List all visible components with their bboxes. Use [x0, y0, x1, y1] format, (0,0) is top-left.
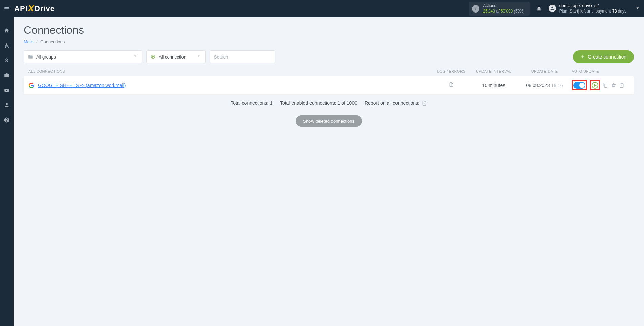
- main-content: Connections Main / Connections All group…: [14, 17, 644, 326]
- th-auto: AUTO UPDATE: [572, 69, 629, 73]
- actions-box[interactable]: Actions: 25'243 of 50'000 (50%): [469, 2, 529, 16]
- report-link[interactable]: Report on all connections:: [365, 100, 427, 106]
- chevron-down-icon: [196, 54, 201, 60]
- update-interval: 10 minutes: [470, 83, 517, 88]
- menu-icon[interactable]: [3, 5, 10, 12]
- th-all-connections: ALL CONNECTIONS: [28, 69, 433, 73]
- folder-icon: [28, 54, 34, 60]
- bell-icon[interactable]: [536, 5, 542, 12]
- row-actions: [572, 80, 629, 90]
- actions-total: 50'000: [501, 9, 513, 14]
- avatar-icon: [549, 5, 556, 12]
- sidebar: [0, 17, 14, 326]
- search-input[interactable]: [210, 50, 275, 63]
- connection-name[interactable]: GOOGLE SHEETS -> (amazon workmail): [38, 83, 433, 88]
- breadcrumb: Main / Connections: [24, 39, 634, 44]
- th-date: UPDATE DATE: [517, 69, 572, 73]
- update-date: 08.08.2023 18:16: [517, 83, 572, 88]
- logo[interactable]: APIXDrive: [14, 3, 55, 14]
- th-interval: UPDATE INTERVAL: [470, 69, 517, 73]
- run-now-button[interactable]: [592, 82, 598, 89]
- plan-info: Plan |Start| left until payment 73 days: [559, 9, 626, 14]
- create-connection-button[interactable]: Create connection: [573, 50, 634, 63]
- user-icon[interactable]: [3, 102, 10, 109]
- page-title: Connections: [24, 24, 634, 37]
- connection-filter-dropdown[interactable]: All connection: [146, 50, 206, 63]
- video-icon[interactable]: [3, 87, 10, 94]
- home-icon[interactable]: [3, 27, 10, 34]
- info-icon: [472, 5, 479, 13]
- actions-label: Actions:: [483, 3, 524, 9]
- breadcrumb-main[interactable]: Main: [24, 39, 33, 44]
- table-header: ALL CONNECTIONS LOG / ERRORS UPDATE INTE…: [24, 69, 634, 76]
- total-connections: Total connections: 1: [231, 100, 273, 106]
- sitemap-icon[interactable]: [3, 42, 10, 49]
- auto-update-toggle[interactable]: [573, 82, 585, 89]
- th-log: LOG / ERRORS: [433, 69, 470, 73]
- user-name: demo_apix-drive_s2: [559, 3, 626, 9]
- summary-row: Total connections: 1 Total enabled conne…: [24, 100, 634, 106]
- actions-used: 25'243: [483, 9, 495, 14]
- play-circle-icon: [151, 54, 156, 60]
- user-menu[interactable]: demo_apix-drive_s2 Plan |Start| left unt…: [549, 3, 626, 14]
- groups-dropdown[interactable]: All groups: [24, 50, 142, 63]
- show-deleted-button[interactable]: Show deleted connections: [296, 115, 362, 127]
- chevron-down-icon[interactable]: [635, 5, 641, 13]
- chevron-down-icon: [133, 54, 138, 60]
- trash-icon[interactable]: [619, 83, 624, 88]
- briefcase-icon[interactable]: [3, 72, 10, 79]
- copy-icon[interactable]: [603, 83, 608, 88]
- breadcrumb-current: Connections: [40, 39, 65, 44]
- dollar-icon[interactable]: [3, 57, 10, 64]
- help-icon[interactable]: [3, 117, 10, 123]
- log-icon[interactable]: [433, 82, 470, 89]
- toolbar: All groups All connection Create connect…: [24, 50, 634, 63]
- topbar: APIXDrive Actions: 25'243 of 50'000 (50%…: [0, 0, 644, 17]
- gear-icon[interactable]: [611, 83, 616, 88]
- total-enabled: Total enabled connections: 1 of 1000: [280, 100, 357, 106]
- google-icon: [28, 82, 35, 88]
- connection-row[interactable]: GOOGLE SHEETS -> (amazon workmail) 10 mi…: [24, 76, 634, 94]
